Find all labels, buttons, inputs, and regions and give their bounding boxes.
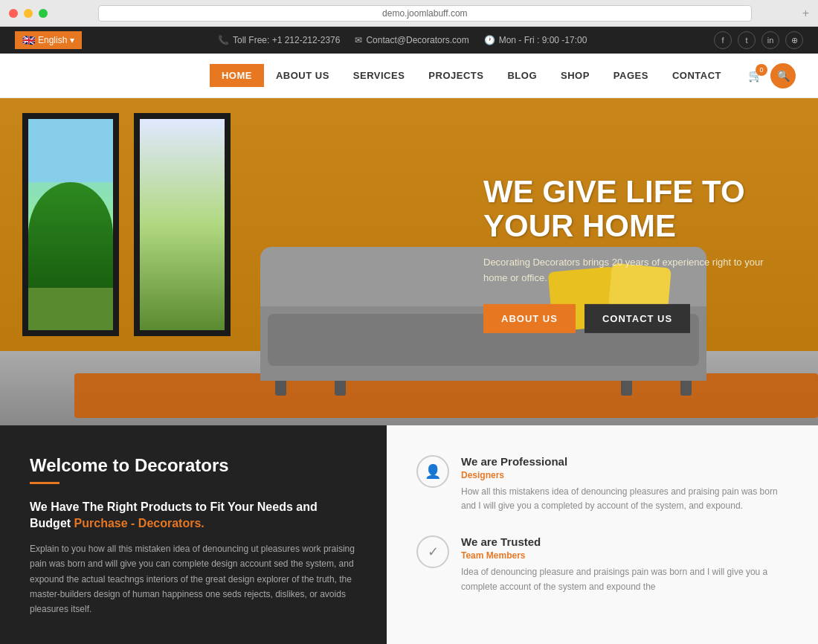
hours-info: 🕐 Mon - Fri : 9:00 -17:00 [484,35,587,45]
search-button[interactable]: 🔍 [770,63,796,88]
sofa-leg-3 [621,381,632,396]
about-us-button[interactable]: ABOUT US [483,304,576,333]
checkmark-icon: ✓ [428,544,439,560]
email-icon: ✉ [355,35,362,45]
welcome-left: Welcome to Decorators We Have The Right … [0,425,387,644]
feature-professional-text: We are Professional Designers How all th… [461,455,788,513]
social-icons: f t in ⊕ [714,31,803,49]
feature-professional-body: How all this mistakens idea of denouncin… [461,485,788,513]
feature-professional: 👤 We are Professional Designers How all … [416,455,788,513]
maximize-dot[interactable] [39,9,48,18]
linkedin-icon[interactable]: in [761,31,779,49]
feature-professional-title: We are Professional [461,455,788,468]
address-bar[interactable]: demo.joomlabuff.com [98,5,752,22]
feature-trusted-tag: Team Members [461,550,788,561]
close-dot[interactable] [9,9,18,18]
twitter-icon[interactable]: t [738,31,756,49]
hero-subtitle: Decorating Decorators brings 20 years of… [483,255,781,286]
contact-us-button[interactable]: CONTACT US [584,304,690,333]
nav-blog[interactable]: BLOG [495,64,549,87]
facebook-icon[interactable]: f [714,31,732,49]
nav-projects[interactable]: PROJECTS [416,64,495,87]
chevron-down-icon: ▾ [70,35,74,45]
clock-icon: 🕐 [484,35,495,45]
sofa-leg-4 [680,381,692,396]
nav-home[interactable]: HOME [210,64,264,87]
feature-professional-tag: Designers [461,470,788,480]
search-icon: 🔍 [777,70,790,82]
nav-bar: HOME ABOUT US SERVICES PROJECTS BLOG SHO… [0,54,818,98]
instagram-icon[interactable]: ⊕ [785,31,803,49]
welcome-title: Welcome to Decorators [30,455,357,476]
window-left [22,113,119,336]
nav-services[interactable]: SERVICES [341,64,417,87]
welcome-right: 👤 We are Professional Designers How all … [387,425,818,644]
hero-section: WE GIVE LIFE TO YOUR HOME Decorating Dec… [0,98,818,425]
nav-contact[interactable]: CONTACT [660,64,733,87]
welcome-link[interactable]: Purchase - Decorators. [74,517,204,529]
cart-button[interactable]: 🛒 0 [748,68,763,83]
nav-about[interactable]: ABOUT US [264,64,341,87]
trusted-icon: ✓ [416,535,449,568]
top-bar: 🇬🇧 English ▾ 📞 Toll Free: +1 212-212-237… [0,27,818,54]
professional-icon: 👤 [416,455,449,488]
feature-trusted: ✓ We are Trusted Team Members Idea of de… [416,535,788,593]
browser-chrome: demo.joomlabuff.com + [0,0,818,27]
window-left-glass [28,119,113,330]
flag-icon: 🇬🇧 [22,34,35,46]
minimize-dot[interactable] [24,9,33,18]
welcome-subtitle: We Have The Right Products to Fit Your N… [30,499,357,532]
welcome-divider [30,482,59,484]
nav-pages[interactable]: PAGES [602,64,660,87]
phone-info: 📞 Toll Free: +1 212-212-2376 [218,35,340,45]
feature-trusted-title: We are Trusted [461,535,788,548]
nav-shop[interactable]: SHOP [549,64,602,87]
hero-title: WE GIVE LIFE TO YOUR HOME [483,175,781,243]
language-button[interactable]: 🇬🇧 English ▾ [15,31,82,49]
cart-badge: 0 [756,64,767,76]
hero-buttons: ABOUT US CONTACT US [483,304,781,333]
top-bar-info: 📞 Toll Free: +1 212-212-2376 ✉ Contact@D… [91,35,714,45]
welcome-body: Explain to you how all this mistaken ide… [30,541,357,617]
nav-links: HOME ABOUT US SERVICES PROJECTS BLOG SHO… [210,64,733,87]
feature-trusted-text: We are Trusted Team Members Idea of deno… [461,535,788,593]
person-icon: 👤 [425,463,441,480]
sofa-leg-1 [275,381,286,396]
hero-content: WE GIVE LIFE TO YOUR HOME Decorating Dec… [483,175,781,333]
phone-icon: 📞 [218,35,229,45]
expand-icon[interactable]: + [802,7,809,20]
sofa-leg-2 [335,381,346,396]
email-info: ✉ Contact@Decorators.com [355,35,468,45]
nav-actions: 🛒 0 🔍 [748,63,796,88]
welcome-section: Welcome to Decorators We Have The Right … [0,425,818,644]
feature-trusted-body: Idea of denouncing pleasure and praising… [461,565,788,593]
